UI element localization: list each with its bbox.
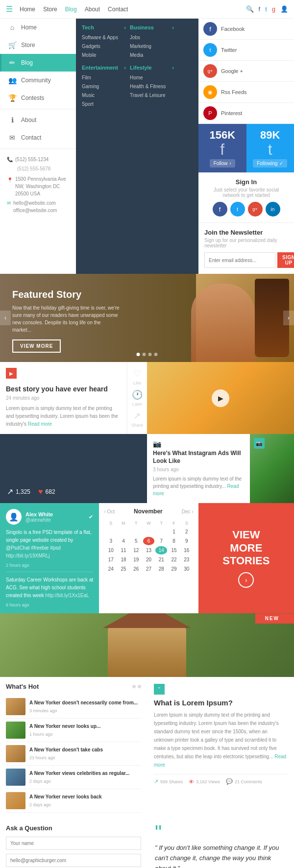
social-row-facebook[interactable]: f Facebook — [198, 19, 294, 40]
user-nav-icon[interactable]: 👤 — [280, 5, 288, 13]
cal-day-22[interactable]: 22 — [168, 555, 180, 564]
cal-day-23[interactable]: 23 — [181, 555, 193, 564]
signin-googleplus-button[interactable]: g+ — [248, 202, 263, 217]
dropdown-item-media[interactable]: Media — [130, 51, 174, 60]
dropdown-category-tech[interactable]: Tech › — [82, 24, 126, 30]
social-row-googleplus[interactable]: g+ Google + — [198, 61, 294, 82]
facebook-follow-button[interactable]: Follow › — [210, 159, 235, 168]
sidebar-item-contact[interactable]: ✉ Contact — [0, 129, 76, 146]
cal-day-30[interactable]: 30 — [181, 565, 193, 573]
cal-day-7[interactable]: 7 — [155, 537, 167, 545]
cal-day-28[interactable]: 28 — [155, 565, 167, 573]
hot-dot-1[interactable] — [132, 685, 136, 688]
like-button[interactable]: ♡ Like — [133, 368, 142, 386]
signin-facebook-button[interactable]: f — [213, 202, 227, 217]
featured-next-arrow[interactable]: › — [283, 311, 294, 325]
dropdown-item-health[interactable]: Health & Fitness — [130, 82, 174, 91]
twitter-following-button[interactable]: Following ✓ — [253, 159, 287, 168]
tweet-link-2[interactable]: http://bit.ly/1Xx1EaL — [46, 593, 89, 598]
dropdown-item-software[interactable]: Software & Apps — [82, 33, 126, 42]
social-row-rss[interactable]: ◉ Rss Feeds — [198, 82, 294, 103]
calendar-next-button[interactable]: Dec › — [182, 509, 194, 514]
dropdown-item-home[interactable]: Home — [130, 73, 174, 82]
twitter-nav-icon[interactable]: t — [265, 5, 267, 13]
sidebar-item-community[interactable]: 👥 Community — [0, 72, 76, 89]
sidebar-item-store[interactable]: 🛒 Store — [0, 36, 76, 54]
cal-day-1[interactable]: 1 — [168, 528, 180, 536]
dropdown-item-gadgets[interactable]: Gadgets — [82, 42, 126, 51]
share-button[interactable]: ↗ Share — [131, 410, 143, 428]
cal-day-13[interactable]: 13 — [143, 546, 155, 555]
sidebar-item-home[interactable]: ⌂ Home — [0, 19, 76, 36]
cal-day-19[interactable]: 19 — [130, 555, 142, 564]
search-icon[interactable]: 🔍 — [246, 5, 254, 13]
social-row-twitter[interactable]: t Twitter — [198, 40, 294, 61]
dropdown-item-gaming[interactable]: Gaming — [82, 82, 126, 91]
calendar-prev-button[interactable]: ‹ Oct — [104, 509, 115, 514]
cal-day-4[interactable]: 4 — [118, 537, 129, 545]
nav-home[interactable]: Home — [20, 6, 35, 13]
nav-about[interactable]: About — [85, 6, 100, 13]
nav-blog[interactable]: Blog — [65, 6, 77, 13]
cal-day-16[interactable]: 16 — [181, 546, 193, 555]
dropdown-item-jobs[interactable]: Jobs — [130, 33, 174, 42]
cal-day-9[interactable]: 9 — [181, 537, 193, 545]
cal-day-3[interactable]: 3 — [105, 537, 117, 545]
featured-dot-1[interactable] — [137, 353, 140, 356]
dropdown-item-music[interactable]: Music — [82, 91, 126, 100]
cal-day-27[interactable]: 27 — [143, 565, 155, 573]
sidebar-item-about[interactable]: ℹ About — [0, 111, 76, 129]
dropdown-item-marketing[interactable]: Marketing — [130, 42, 174, 51]
cal-day-6[interactable]: 6 — [143, 537, 155, 545]
featured-prev-arrow[interactable]: ‹ — [0, 311, 11, 325]
facebook-nav-icon[interactable]: f — [259, 5, 261, 13]
nav-contact[interactable]: Contact — [108, 6, 128, 13]
hot-dot-2[interactable] — [138, 685, 141, 688]
sidebar-item-contests[interactable]: 🏆 Contests — [0, 89, 76, 107]
nav-store[interactable]: Store — [43, 6, 57, 13]
hamburger-icon[interactable]: ☰ — [6, 4, 13, 14]
article-2-readmore[interactable]: Read more — [153, 483, 239, 496]
newsletter-email-input[interactable] — [204, 252, 275, 268]
sidebar-item-blog[interactable]: ✏ Blog — [0, 54, 76, 72]
dropdown-item-mobile[interactable]: Mobile — [82, 51, 126, 60]
cal-day-15[interactable]: 15 — [168, 546, 180, 555]
cal-day-25[interactable]: 25 — [118, 565, 129, 573]
cal-day-10[interactable]: 10 — [105, 546, 117, 555]
signin-linkedin-button[interactable]: in — [266, 202, 280, 217]
play-button[interactable]: ▶ — [212, 389, 229, 407]
view-more-stories-card[interactable]: VIEWMORESTORIES › — [198, 503, 294, 613]
dropdown-category-entertainment[interactable]: Entertainment › — [82, 65, 126, 71]
googleplus-nav-icon[interactable]: g — [272, 5, 275, 13]
cal-day-17[interactable]: 17 — [105, 555, 117, 564]
cal-day-14[interactable]: 14 — [155, 546, 167, 555]
tweet-link-1[interactable]: http://bit.ly/19XMRLj — [6, 553, 49, 558]
featured-view-more-button[interactable]: VIEW MORE — [12, 339, 61, 353]
cal-day-11[interactable]: 11 — [118, 546, 129, 555]
dropdown-item-sport[interactable]: Sport — [82, 100, 126, 109]
cal-day-18[interactable]: 18 — [118, 555, 129, 564]
featured-dot-2[interactable] — [143, 353, 146, 356]
cal-day-8[interactable]: 8 — [168, 537, 180, 545]
cal-day-24[interactable]: 24 — [105, 565, 117, 573]
dropdown-category-lifestyle[interactable]: Lifestyle › — [130, 65, 174, 71]
cal-day-21[interactable]: 21 — [155, 555, 167, 564]
dropdown-item-travel[interactable]: Travel & Leisure — [130, 91, 174, 100]
lorem-readmore[interactable]: Read more — [154, 754, 286, 768]
ask-name-input[interactable] — [6, 837, 141, 850]
cal-day-12[interactable]: 12 — [130, 546, 142, 555]
cal-day-5[interactable]: 5 — [130, 537, 142, 545]
social-row-pinterest[interactable]: P Pinterest — [198, 103, 294, 124]
cal-day-2[interactable]: 2 — [181, 528, 193, 536]
featured-dot-4[interactable] — [154, 353, 158, 356]
cal-day-20[interactable]: 20 — [143, 555, 155, 564]
cal-day-29[interactable]: 29 — [168, 565, 180, 573]
dropdown-category-business[interactable]: Business › — [130, 24, 174, 30]
later-button[interactable]: 🕐 Later — [132, 389, 143, 407]
newsletter-signup-button[interactable]: SIGN UP — [277, 252, 294, 268]
article-1-readmore[interactable]: Read more — [28, 421, 52, 427]
featured-dot-3[interactable] — [148, 353, 152, 356]
dropdown-item-film[interactable]: Film — [82, 73, 126, 82]
ask-email-input[interactable] — [6, 854, 141, 867]
cal-day-26[interactable]: 26 — [130, 565, 142, 573]
